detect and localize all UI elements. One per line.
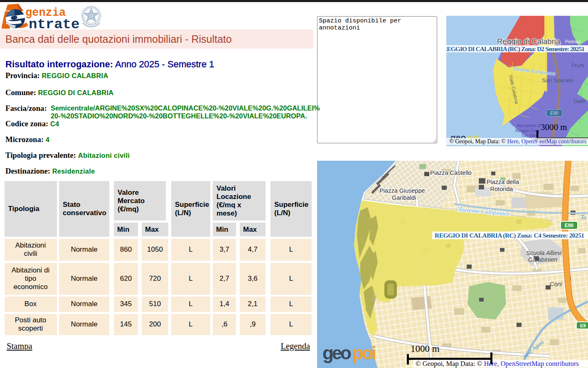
svg-text:poi: poi (352, 343, 376, 363)
svg-text:Aeroporto di: Aeroporto di (517, 123, 541, 128)
svg-text:Rotonda: Rotonda (490, 185, 514, 192)
svg-text:Piazza Giuseppe: Piazza Giuseppe (379, 187, 425, 194)
svg-text:Garibaldi: Garibaldi (392, 194, 416, 201)
svg-text:geo: geo (322, 343, 351, 363)
svg-text:To: To (581, 214, 586, 221)
svg-text:Tito Min: Tito Min (521, 133, 536, 138)
svg-text:E90: E90 (565, 223, 574, 228)
svg-text:Prum: Prum (571, 62, 584, 69)
svg-text:© Geopoi, Map Data: © Here, Op: © Geopoi, Map Data: © Here, OpenStreetMa… (416, 360, 579, 368)
svg-text:E90: E90 (550, 110, 558, 115)
svg-text:E9: E9 (580, 323, 586, 328)
svg-text:Piazza Castello: Piazza Castello (430, 169, 472, 176)
svg-text:Gallir: Gallir (573, 98, 586, 104)
svg-text:Piazza della: Piazza della (487, 179, 519, 185)
svg-text:3000 m: 3000 m (541, 122, 567, 132)
svg-text:Scuola Allievi: Scuola Allievi (526, 250, 562, 256)
svg-text:Pietrast: Pietrast (565, 39, 581, 44)
svg-text:REGGIO DI CALABRIA (RC) Zona:: REGGIO DI CALABRIA (RC) Zona: C4 Semestr… (435, 231, 584, 239)
svg-text:Coni: Coni (550, 281, 563, 287)
svg-text:1000 m: 1000 m (411, 343, 440, 354)
svg-text:© Geopoi, Map Data: © Here, Op: © Geopoi, Map Data: © Here, OpenS (449, 138, 537, 145)
svg-text:REGGIO DI CALABRIA (RC) Zona:: REGGIO DI CALABRIA (RC) Zona: D2 Semestr… (446, 45, 585, 53)
svg-text:Reggio di Calabria: Reggio di Calabria (497, 37, 561, 46)
svg-text:eetMap contributors: eetMap contributors (539, 138, 586, 145)
svg-text:San Sperato: San Sperato (542, 77, 573, 83)
svg-text:Carabinien: Carabinien (528, 256, 557, 263)
svg-text:Reggio Cala: Reggio Cala (515, 128, 539, 133)
